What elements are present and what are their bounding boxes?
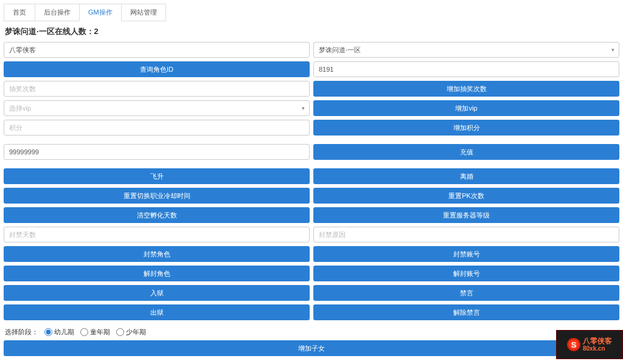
add-draw-button[interactable]: 增加抽奖次数 [313, 81, 619, 97]
draw-count-input[interactable] [4, 81, 310, 97]
points-input[interactable] [4, 120, 310, 136]
jail-button[interactable]: 入狱 [4, 285, 310, 301]
mute-button[interactable]: 禁言 [313, 285, 619, 301]
stage-youth-radio[interactable]: 少年期 [116, 328, 146, 337]
server-select[interactable] [313, 42, 619, 58]
unjail-button[interactable]: 出狱 [4, 304, 310, 320]
stage-radio-group: 选择阶段： 幼儿期 童年期 少年期 [4, 324, 619, 340]
tab-bar: 首页 后台操作 GM操作 网站管理 [4, 4, 619, 21]
tab-site[interactable]: 网站管理 [121, 4, 166, 21]
add-child-button[interactable]: 增加子女 [4, 340, 619, 356]
watermark-url: 80xk.cn [583, 345, 612, 352]
stage-label: 选择阶段： [5, 328, 38, 337]
ban-account-button[interactable]: 封禁账号 [313, 246, 619, 262]
watermark-logo-icon: S [567, 338, 580, 351]
unban-role-button[interactable]: 解封角色 [4, 266, 310, 281]
ban-days-input[interactable] [4, 227, 310, 242]
ban-reason-input[interactable] [313, 227, 619, 242]
recharge-input[interactable] [4, 144, 310, 160]
role-id-input[interactable] [313, 61, 619, 77]
vip-select[interactable] [4, 100, 310, 116]
unmute-button[interactable]: 解除禁言 [313, 304, 619, 320]
reset-server-level-button[interactable]: 重置服务器等级 [313, 207, 619, 223]
query-role-button[interactable]: 查询角色ID [4, 61, 310, 77]
watermark: S 八零侠客 80xk.cn [556, 330, 623, 359]
page-title: 梦诛问道·一区在线人数：2 [5, 26, 619, 37]
tab-home[interactable]: 首页 [4, 4, 35, 21]
divorce-button[interactable]: 离婚 [313, 168, 619, 184]
ascend-button[interactable]: 飞升 [4, 168, 310, 184]
reset-job-cd-button[interactable]: 重置切换职业冷却时间 [4, 188, 310, 204]
tab-backend[interactable]: 后台操作 [35, 4, 80, 21]
stage-infant-radio[interactable]: 幼儿期 [44, 328, 74, 337]
recharge-button[interactable]: 充值 [313, 144, 619, 160]
clear-incubation-button[interactable]: 清空孵化天数 [4, 207, 310, 223]
player-input[interactable] [4, 42, 310, 58]
watermark-brand: 八零侠客 [583, 337, 612, 345]
add-vip-button[interactable]: 增加vip [313, 100, 619, 116]
ban-role-button[interactable]: 封禁角色 [4, 246, 310, 262]
stage-child-radio[interactable]: 童年期 [80, 328, 110, 337]
add-points-button[interactable]: 增加积分 [313, 120, 619, 136]
unban-account-button[interactable]: 解封账号 [313, 266, 619, 281]
tab-gm[interactable]: GM操作 [79, 4, 122, 21]
reset-pk-button[interactable]: 重置PK次数 [313, 188, 619, 204]
